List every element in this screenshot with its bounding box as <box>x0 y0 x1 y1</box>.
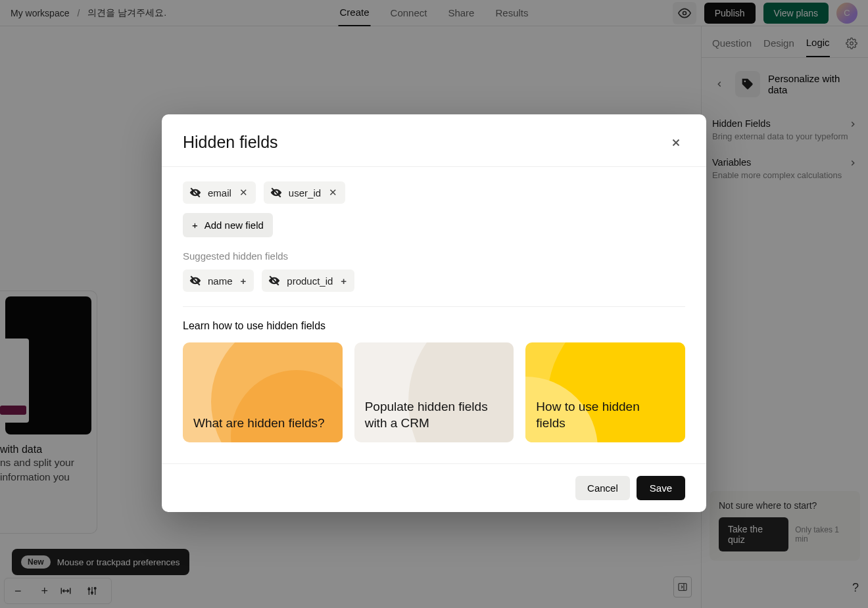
learn-cards: What are hidden fields? Populate hidden … <box>183 342 685 442</box>
hidden-fields-modal: Hidden fields email ✕ user_id ✕ + <box>162 114 706 512</box>
modal-header: Hidden fields <box>162 114 706 167</box>
suggested-chip-product-id: product_id + <box>262 269 354 292</box>
remove-field-button[interactable]: ✕ <box>327 187 339 199</box>
hidden-icon <box>268 275 280 287</box>
modal-overlay: Hidden fields email ✕ user_id ✕ + <box>0 0 868 608</box>
hidden-icon <box>189 275 201 287</box>
suggested-chip-label: product_id <box>287 275 333 287</box>
modal-title: Hidden fields <box>183 133 278 152</box>
close-button[interactable] <box>667 133 685 152</box>
learn-card-how-to[interactable]: How to use hidden fields <box>525 342 685 442</box>
modal-body: email ✕ user_id ✕ + Add new field Sugges… <box>162 167 706 463</box>
add-field-button[interactable]: + Add new field <box>183 213 273 237</box>
cancel-button[interactable]: Cancel <box>575 476 630 500</box>
learn-card-title: What are hidden fields? <box>193 415 325 432</box>
learn-card-what-are[interactable]: What are hidden fields? <box>183 342 343 442</box>
modal-footer: Cancel Save <box>162 463 706 512</box>
learn-section-title: Learn how to use hidden fields <box>183 320 685 332</box>
suggested-fields-label: Suggested hidden fields <box>183 250 685 262</box>
save-button[interactable]: Save <box>637 476 685 500</box>
suggested-chip-label: name <box>208 275 233 287</box>
hidden-icon <box>189 187 201 199</box>
divider <box>183 306 685 307</box>
add-suggested-button[interactable]: + <box>239 275 248 287</box>
learn-card-crm[interactable]: Populate hidden fields with a CRM <box>354 342 514 442</box>
suggested-fields: name + product_id + <box>183 269 685 292</box>
field-chip-user-id: user_id ✕ <box>264 181 345 204</box>
field-chip-email: email ✕ <box>183 181 256 204</box>
add-field-label: Add new field <box>205 220 264 231</box>
hidden-icon <box>270 187 282 199</box>
field-chip-label: email <box>208 187 231 199</box>
learn-card-title: Populate hidden fields with a CRM <box>365 398 496 432</box>
close-icon <box>670 137 682 149</box>
remove-field-button[interactable]: ✕ <box>238 187 249 199</box>
plus-icon: + <box>192 220 198 231</box>
add-suggested-button[interactable]: + <box>339 275 348 287</box>
field-chip-label: user_id <box>289 187 321 199</box>
suggested-chip-name: name + <box>183 269 254 292</box>
learn-card-title: How to use hidden fields <box>536 398 667 432</box>
current-fields: email ✕ user_id ✕ <box>183 181 685 204</box>
